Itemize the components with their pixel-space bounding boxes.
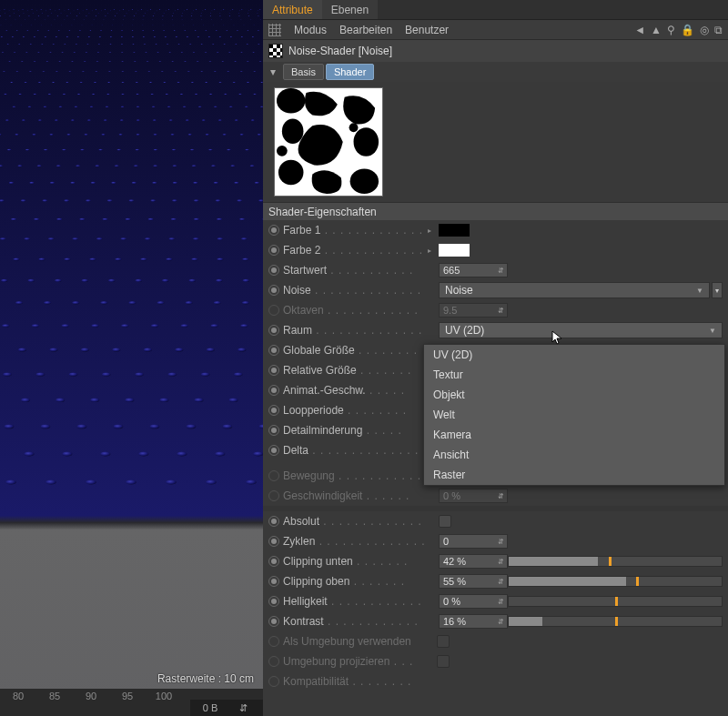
svg-point-121 bbox=[136, 13, 137, 14]
anim-dot-icon[interactable] bbox=[268, 616, 279, 627]
target-icon[interactable]: ◎ bbox=[700, 24, 709, 36]
spin-arrows-icon[interactable]: ⇵ bbox=[227, 702, 259, 714]
anim-dot-icon[interactable] bbox=[268, 596, 279, 607]
raum-option[interactable]: Ansicht bbox=[424, 445, 724, 465]
frame-spinbox[interactable]: 0 B ⇵ bbox=[190, 700, 263, 716]
absolut-checkbox[interactable] bbox=[439, 515, 451, 528]
grid-mode-icon[interactable] bbox=[268, 24, 281, 36]
svg-point-120 bbox=[126, 13, 127, 14]
svg-point-709 bbox=[56, 398, 65, 402]
startwert-input[interactable]: 665⇵ bbox=[439, 263, 508, 277]
svg-point-125 bbox=[173, 13, 175, 14]
color1-swatch[interactable] bbox=[439, 224, 470, 237]
anim-dot-icon[interactable] bbox=[268, 265, 279, 276]
raum-option[interactable]: Welt bbox=[424, 405, 724, 425]
subtab-basis[interactable]: Basis bbox=[283, 64, 324, 80]
anim-dot-icon[interactable] bbox=[268, 405, 279, 416]
svg-point-402 bbox=[214, 71, 217, 72]
edit-menu[interactable]: Bearbeiten bbox=[339, 24, 392, 36]
shader-preview[interactable] bbox=[274, 87, 383, 197]
anim-dot-icon[interactable] bbox=[268, 576, 279, 587]
svg-point-243 bbox=[26, 30, 28, 31]
svg-point-712 bbox=[160, 398, 169, 402]
clipping-oben-slider[interactable] bbox=[508, 576, 723, 587]
noise-picker-button[interactable]: ▾ bbox=[712, 282, 723, 298]
tab-ebenen[interactable]: Ebenen bbox=[322, 0, 378, 19]
svg-point-163 bbox=[200, 15, 202, 16]
spin-arrows-icon[interactable]: ⇵ bbox=[498, 598, 503, 606]
svg-point-492 bbox=[186, 119, 189, 121]
raum-dropdown-popup[interactable]: UV (2D)TexturObjektWeltKameraAnsichtRast… bbox=[423, 344, 725, 486]
tab-attribute[interactable]: Attribute bbox=[263, 0, 322, 19]
svg-point-377 bbox=[234, 61, 237, 62]
svg-point-669 bbox=[2, 324, 9, 328]
spin-arrows-icon[interactable]: ⇵ bbox=[498, 618, 503, 626]
svg-point-635 bbox=[217, 258, 223, 261]
collapse-arrow-icon[interactable]: ▾ bbox=[267, 66, 279, 78]
svg-point-713 bbox=[195, 398, 204, 402]
color2-swatch[interactable] bbox=[439, 244, 470, 257]
svg-point-10 bbox=[72, 9, 74, 10]
mode-menu[interactable]: Modus bbox=[294, 24, 327, 36]
svg-point-436 bbox=[4, 94, 6, 96]
svg-point-157 bbox=[143, 15, 145, 16]
flyout-arrow-icon[interactable]: ▸ bbox=[428, 247, 435, 255]
helligkeit-slider[interactable] bbox=[508, 596, 723, 607]
panel-tabs: Attribute Ebenen bbox=[263, 0, 728, 20]
svg-point-133 bbox=[248, 13, 249, 14]
raum-option[interactable]: Raster bbox=[424, 465, 724, 485]
raum-option[interactable]: Objekt bbox=[424, 385, 724, 405]
raum-option[interactable]: Kamera bbox=[424, 425, 724, 445]
zyklen-input[interactable]: 0⇵ bbox=[439, 534, 508, 549]
spin-arrows-icon: ⇵ bbox=[498, 492, 503, 500]
svg-point-154 bbox=[115, 15, 116, 16]
helligkeit-value: 0 % bbox=[443, 596, 460, 607]
svg-point-743 bbox=[86, 479, 96, 484]
anim-dot-icon[interactable] bbox=[268, 365, 279, 376]
noise-type-dropdown[interactable]: Noise▼ bbox=[439, 282, 710, 298]
anim-dot-icon[interactable] bbox=[268, 345, 279, 356]
anim-dot-icon[interactable] bbox=[268, 445, 279, 456]
anim-dot-icon[interactable] bbox=[268, 385, 279, 396]
spin-arrows-icon[interactable]: ⇵ bbox=[498, 267, 503, 275]
clipping-oben-input[interactable]: 55 %⇵ bbox=[439, 574, 508, 589]
svg-point-13 bbox=[99, 9, 101, 10]
clipping-unten-slider[interactable] bbox=[508, 556, 723, 567]
nav-up-icon[interactable]: ▲ bbox=[651, 24, 662, 36]
anim-dot-icon[interactable] bbox=[268, 225, 279, 236]
lock-icon[interactable]: 🔒 bbox=[681, 24, 694, 36]
svg-point-95 bbox=[211, 11, 213, 12]
anim-dot-icon[interactable] bbox=[268, 285, 279, 296]
spin-arrows-icon[interactable]: ⇵ bbox=[498, 578, 503, 586]
user-menu[interactable]: Benutzer bbox=[405, 24, 449, 36]
svg-point-244 bbox=[37, 30, 39, 31]
timeline-ruler[interactable]: 80 85 90 95 100 0 B ⇵ bbox=[0, 689, 263, 716]
label-startwert: Startwert bbox=[283, 264, 327, 277]
spin-arrows-icon[interactable]: ⇵ bbox=[498, 538, 503, 546]
anim-dot-icon[interactable] bbox=[268, 245, 279, 256]
svg-point-49 bbox=[114, 9, 116, 10]
viewport-3d[interactable]: Rasterweite : 10 cm 80 85 90 95 100 0 B … bbox=[0, 0, 263, 716]
raum-dropdown[interactable]: UV (2D)▼ bbox=[439, 322, 723, 338]
anim-dot-icon[interactable] bbox=[268, 516, 279, 527]
kontrast-input[interactable]: 16 %⇵ bbox=[439, 614, 508, 629]
new-window-icon[interactable]: ⧉ bbox=[714, 24, 723, 36]
search-icon[interactable]: ⚲ bbox=[667, 24, 675, 36]
flyout-arrow-icon[interactable]: ▸ bbox=[428, 227, 435, 235]
svg-point-699 bbox=[135, 373, 144, 377]
kontrast-slider[interactable] bbox=[508, 616, 723, 627]
anim-dot-icon[interactable] bbox=[268, 556, 279, 567]
raum-option[interactable]: Textur bbox=[424, 365, 724, 385]
clipping-unten-input[interactable]: 42 %⇵ bbox=[439, 554, 508, 569]
raum-option[interactable]: UV (2D) bbox=[424, 345, 724, 365]
anim-dot-icon[interactable] bbox=[268, 325, 279, 336]
svg-point-485 bbox=[71, 119, 75, 121]
svg-point-248 bbox=[79, 30, 81, 31]
subtab-shader[interactable]: Shader bbox=[326, 64, 374, 80]
anim-dot-icon[interactable] bbox=[268, 536, 279, 547]
spin-arrows-icon[interactable]: ⇵ bbox=[498, 558, 503, 566]
nav-back-icon[interactable]: ◄ bbox=[634, 24, 645, 36]
anim-dot-icon[interactable] bbox=[268, 425, 279, 436]
svg-point-242 bbox=[16, 30, 18, 31]
helligkeit-input[interactable]: 0 %⇵ bbox=[439, 594, 508, 609]
